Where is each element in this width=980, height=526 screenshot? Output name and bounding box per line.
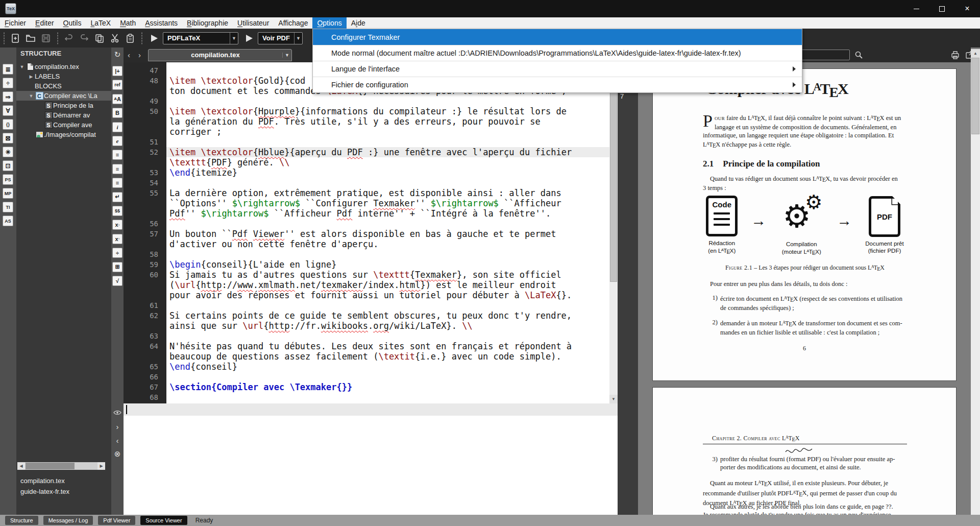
- search-icon[interactable]: [854, 51, 863, 59]
- code-line-68[interactable]: 68: [124, 392, 609, 402]
- description-icon[interactable]: ≡: [112, 178, 122, 188]
- menubar-item-latex[interactable]: LaTeX: [86, 17, 115, 29]
- italic-icon[interactable]: i: [112, 122, 122, 132]
- inline-math-icon[interactable]: $$: [112, 206, 122, 216]
- message-input-line[interactable]: [124, 403, 618, 416]
- save-button[interactable]: [38, 31, 54, 45]
- close-messages-icon[interactable]: ⊗: [112, 449, 122, 459]
- code-line-61[interactable]: 61: [124, 300, 609, 310]
- relations-tab-icon[interactable]: ÷: [3, 78, 13, 88]
- print-icon[interactable]: [950, 50, 960, 60]
- menubar-item-affichage[interactable]: Affichage: [274, 17, 312, 29]
- code-line-49[interactable]: 49: [124, 96, 609, 106]
- code-line-wrap[interactable]: ``Options'' $\rightarrow$ ``Configurer T…: [124, 198, 609, 208]
- code-line-wrap[interactable]: beaucoup de questions assez facilement (…: [124, 351, 609, 362]
- menubar-item-utilisateur[interactable]: Utilisateur: [233, 17, 274, 29]
- tree-item-compiler-ave[interactable]: SCompiler ave: [16, 120, 111, 130]
- copy-button[interactable]: [92, 31, 107, 45]
- maximize-button[interactable]: [929, 0, 954, 17]
- metapost-tab[interactable]: MP: [3, 188, 13, 199]
- editor-vscrollbar[interactable]: ▼: [609, 62, 618, 403]
- pstricks-tab[interactable]: PS: [3, 174, 13, 185]
- code-line-55[interactable]: 55La dernière option, extrêmement pratiq…: [124, 188, 609, 198]
- open-file-button[interactable]: [23, 31, 38, 45]
- expander-open-icon[interactable]: ▼: [28, 93, 35, 99]
- next-document-button[interactable]: ›: [134, 51, 145, 59]
- structure-hscrollbar[interactable]: ◀ ▶: [17, 462, 105, 470]
- pdf-vscrollbar[interactable]: ▲: [971, 49, 980, 515]
- code-line-62[interactable]: 62Si certains points de ce guide te semb…: [124, 310, 609, 321]
- code-line-wrap[interactable]: ainsi que sur \url{http://fr.wikibooks.o…: [124, 321, 609, 331]
- tree-item-labels[interactable]: ▶LABELS: [16, 71, 111, 81]
- previous-document-button[interactable]: ‹: [124, 51, 134, 59]
- statusbar-button-source-viewer[interactable]: Source Viewer: [140, 516, 187, 525]
- menubar-item-fichier[interactable]: Fichier: [0, 17, 31, 29]
- code-line-wrap[interactable]: corriger ;: [124, 127, 609, 137]
- frames-tab-icon[interactable]: ⊡: [3, 160, 13, 171]
- misc-math-tab-icon[interactable]: ∀: [3, 105, 13, 116]
- insert-block-icon[interactable]: |+: [112, 66, 122, 76]
- code-line-66[interactable]: 66: [124, 372, 609, 382]
- refresh-structure-icon[interactable]: ↻: [112, 50, 122, 60]
- structure-tab-icon[interactable]: ≣: [3, 64, 13, 75]
- itemize-icon[interactable]: ≡: [112, 150, 122, 160]
- tree-item-d-marrer-av[interactable]: SDémarrer av: [16, 110, 111, 120]
- menubar-item-bibliographie[interactable]: Bibliographie: [182, 17, 233, 29]
- array-icon[interactable]: ⊞: [112, 262, 122, 272]
- delimiters-tab-icon[interactable]: {}: [3, 119, 13, 130]
- code-line-wrap[interactable]: d'activer ou non cette fenêtre d'aperçu.: [124, 239, 609, 249]
- tree-item-compiler-avec-la[interactable]: ▼CCompiler avec \La: [16, 91, 111, 101]
- code-line-64[interactable]: 64N'hésite pas quand tu débutes. Les deu…: [124, 341, 609, 351]
- next-icon[interactable]: ›: [112, 421, 122, 432]
- greek-tab-icon[interactable]: ⊠: [3, 133, 13, 144]
- redo-button[interactable]: [77, 31, 92, 45]
- menubar-item-outils[interactable]: Outils: [59, 17, 86, 29]
- code-line-wrap[interactable]: la génération du PDF. Très utile, s'il y…: [124, 116, 609, 127]
- asymptote-tab[interactable]: AS: [3, 216, 13, 226]
- code-line-67[interactable]: 67\section{Compiler avec \Texmaker{}}: [124, 382, 609, 392]
- code-line-65[interactable]: 65\end{conseil}: [124, 362, 609, 372]
- tree-item-compilation-tex[interactable]: ▼compilation.tex: [16, 62, 111, 71]
- menu-item-0[interactable]: Configurer Texmaker: [313, 29, 802, 45]
- compile-command-select[interactable]: PDFLaTeX ▼: [163, 32, 238, 44]
- emph-icon[interactable]: e: [112, 136, 122, 146]
- source-editor[interactable]: 4748\item \textcolor{Gold}{codton docume…: [124, 62, 609, 403]
- menubar-item-assistants[interactable]: Assistants: [140, 17, 182, 29]
- prev-icon[interactable]: ‹: [112, 435, 122, 445]
- paste-button[interactable]: [122, 31, 138, 45]
- undo-button[interactable]: [61, 31, 77, 45]
- menubar-item-editer[interactable]: Editer: [31, 17, 59, 29]
- scroll-down-icon[interactable]: ▼: [609, 395, 618, 403]
- scroll-up-icon[interactable]: ▲: [971, 49, 980, 58]
- fraction-icon[interactable]: ÷: [112, 248, 122, 258]
- scrollbar-thumb[interactable]: [610, 62, 617, 282]
- misc-symbols-tab-icon[interactable]: ✳: [3, 147, 13, 157]
- font-size-icon[interactable]: AA: [112, 94, 122, 104]
- tree-item--images-compilat[interactable]: ./Images/compilat: [16, 130, 111, 139]
- tikz-tab[interactable]: TI: [3, 202, 13, 212]
- view-command-select[interactable]: Voir PDF ▼: [258, 32, 303, 44]
- new-document-button[interactable]: [8, 31, 23, 45]
- newline-icon[interactable]: ↵: [112, 192, 122, 202]
- tree-item-principe-de-la[interactable]: SPrincipe de la: [16, 101, 111, 110]
- scroll-right-icon[interactable]: ▶: [97, 462, 105, 470]
- pdf-page-list[interactable]: 4567: [618, 62, 638, 515]
- statusbar-button-messages-log[interactable]: Messages / Log: [43, 516, 93, 525]
- code-line-60[interactable]: 60Si jamais tu as d'autres questions sur…: [124, 270, 609, 280]
- run-compile-button[interactable]: [150, 34, 159, 43]
- code-line-wrap[interactable]: Pdf'' $\rightarrow$ ``Afficheur Pdf inte…: [124, 208, 609, 219]
- open-file-guide-latex-fr-tex[interactable]: guide-latex-fr.tex: [16, 486, 111, 497]
- arrows-tab-icon[interactable]: ⇒: [3, 91, 13, 102]
- open-file-compilation-tex[interactable]: compilation.tex: [16, 475, 111, 486]
- code-line-54[interactable]: 54: [124, 178, 609, 188]
- code-line-56[interactable]: 56: [124, 219, 609, 229]
- scrollbar-thumb[interactable]: [26, 463, 75, 469]
- statusbar-button-structure[interactable]: Structure: [5, 516, 38, 525]
- expander-closed-icon[interactable]: ▶: [28, 74, 35, 79]
- messages-panel[interactable]: [124, 403, 618, 515]
- menubar-item-options[interactable]: Options: [312, 17, 346, 29]
- code-line-wrap[interactable]: \texttt{PDF} généré. \\: [124, 157, 609, 168]
- expander-open-icon[interactable]: ▼: [18, 64, 26, 69]
- code-line-51[interactable]: 51: [124, 137, 609, 147]
- code-line-57[interactable]: 57Un bouton ``Pdf Viewer'' est alors dis…: [124, 229, 609, 239]
